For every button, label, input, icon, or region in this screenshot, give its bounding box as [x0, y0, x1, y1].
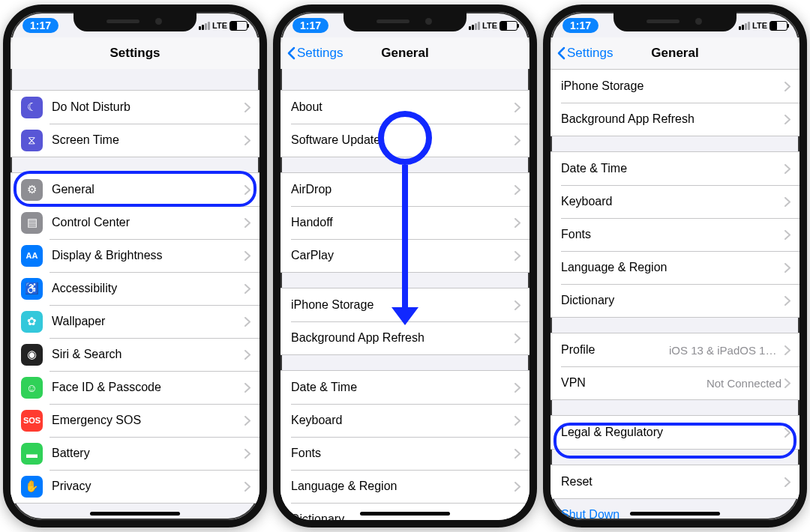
- row-label: About: [291, 100, 514, 114]
- battery-icon: [770, 21, 788, 31]
- settings-row-do-not-disturb[interactable]: ☾Do Not Disturb: [10, 91, 260, 124]
- row-label: Language & Region: [561, 261, 784, 274]
- hand-icon: ✋: [21, 476, 43, 498]
- settings-row-siri-search[interactable]: ◉Siri & Search: [10, 338, 260, 371]
- back-button[interactable]: Settings: [556, 46, 613, 61]
- row-label: Face ID & Passcode: [52, 381, 244, 394]
- row-keyboard[interactable]: Keyboard: [550, 185, 800, 218]
- row-label: Fonts: [561, 228, 784, 241]
- settings-row-general[interactable]: ⚙General: [10, 173, 260, 206]
- siri-icon: ◉: [21, 344, 43, 366]
- moon-icon: ☾: [21, 97, 43, 118]
- row-reset[interactable]: Reset: [550, 465, 800, 498]
- hourglass-icon: ⧖: [21, 130, 43, 151]
- gear-icon: ⚙: [21, 179, 43, 201]
- settings-row-control-center[interactable]: ▤Control Center: [10, 206, 260, 239]
- row-detail: Not Connected: [706, 377, 782, 390]
- row-label: Siri & Search: [52, 348, 244, 361]
- network-label: LTE: [482, 21, 497, 30]
- row-label: iPhone Storage: [291, 298, 514, 312]
- general-list-scrolled[interactable]: iPhone StorageBackground App RefreshDate…: [550, 69, 800, 520]
- row-label: Battery: [52, 447, 244, 460]
- chevron-right-icon: [784, 197, 790, 207]
- row-label: Language & Region: [291, 480, 514, 493]
- row-label: Emergency SOS: [52, 414, 244, 427]
- chevron-right-icon: [514, 103, 520, 112]
- flower-icon: ✿: [21, 311, 43, 333]
- battery-icon: ▬: [21, 443, 43, 465]
- row-fonts[interactable]: Fonts: [280, 437, 530, 470]
- settings-row-display-brightness[interactable]: AADisplay & Brightness: [10, 239, 260, 272]
- shut-down-link[interactable]: Shut Down: [550, 499, 800, 520]
- row-language-region[interactable]: Language & Region: [550, 251, 800, 284]
- signal-bars-icon: [739, 22, 750, 30]
- settings-list[interactable]: ☾Do Not Disturb⧖Screen Time⚙General▤Cont…: [10, 69, 260, 520]
- sos-icon: SOS: [21, 410, 43, 432]
- row-about[interactable]: About: [280, 91, 530, 124]
- status-time: 1:17: [562, 18, 598, 33]
- chevron-right-icon: [514, 218, 520, 228]
- signal-bars-icon: [469, 22, 480, 30]
- signal-bars-icon: [199, 22, 210, 30]
- settings-row-emergency-sos[interactable]: SOSEmergency SOS: [10, 404, 260, 437]
- home-indicator[interactable]: [360, 512, 450, 516]
- settings-row-privacy[interactable]: ✋Privacy: [10, 470, 260, 503]
- chevron-right-icon: [244, 449, 250, 459]
- status-time: 1:17: [292, 18, 328, 33]
- row-legal-regulatory[interactable]: Legal & Regulatory: [550, 416, 800, 449]
- row-profile[interactable]: ProfileiOS 13 & iPadOS 13 Beta Softwar..…: [550, 333, 800, 366]
- switches-icon: ▤: [21, 212, 43, 234]
- row-iphone-storage[interactable]: iPhone Storage: [280, 288, 530, 321]
- home-indicator[interactable]: [90, 512, 180, 516]
- row-background-app-refresh[interactable]: Background App Refresh: [280, 321, 530, 354]
- access-icon: ♿: [21, 278, 43, 300]
- battery-icon: [500, 21, 518, 31]
- settings-row-wallpaper[interactable]: ✿Wallpaper: [10, 305, 260, 338]
- settings-row-face-id-passcode[interactable]: ☺Face ID & Passcode: [10, 371, 260, 404]
- row-label: Keyboard: [291, 414, 514, 427]
- row-language-region[interactable]: Language & Region: [280, 470, 530, 503]
- chevron-right-icon: [784, 296, 790, 306]
- row-handoff[interactable]: Handoff: [280, 206, 530, 239]
- phone-settings: 1:17 LTE Settings ☾Do Not Disturb⧖Screen…: [3, 4, 267, 528]
- chevron-right-icon: [244, 103, 250, 112]
- face-icon: ☺: [21, 377, 43, 399]
- row-detail: iOS 13 & iPadOS 13 Beta Softwar...: [669, 344, 782, 357]
- row-label: Dictionary: [561, 294, 784, 307]
- chevron-right-icon: [244, 284, 250, 294]
- row-keyboard[interactable]: Keyboard: [280, 404, 530, 437]
- chevron-right-icon: [514, 251, 520, 261]
- chevron-right-icon: [784, 82, 790, 91]
- chevron-right-icon: [244, 185, 250, 195]
- row-label: Do Not Disturb: [52, 100, 244, 114]
- row-airdrop[interactable]: AirDrop: [280, 173, 530, 206]
- row-label: Display & Brightness: [52, 249, 244, 262]
- settings-row-accessibility[interactable]: ♿Accessibility: [10, 272, 260, 305]
- general-list[interactable]: AboutSoftware UpdateAirDropHandoffCarPla…: [280, 69, 530, 520]
- chevron-right-icon: [244, 383, 250, 393]
- settings-row-battery[interactable]: ▬Battery: [10, 437, 260, 470]
- row-label: iPhone Storage: [561, 79, 784, 93]
- chevron-right-icon: [784, 477, 790, 487]
- chevron-left-icon: [286, 46, 296, 60]
- chevron-right-icon: [244, 416, 250, 426]
- row-iphone-storage[interactable]: iPhone Storage: [550, 70, 800, 103]
- row-dictionary[interactable]: Dictionary: [550, 284, 800, 317]
- home-indicator[interactable]: [630, 512, 720, 516]
- page-title: Settings: [110, 46, 160, 61]
- row-label: Privacy: [52, 480, 244, 493]
- status-time: 1:17: [22, 18, 58, 33]
- row-background-app-refresh[interactable]: Background App Refresh: [550, 103, 800, 136]
- row-date-time[interactable]: Date & Time: [550, 152, 800, 185]
- row-software-update[interactable]: Software Update: [280, 124, 530, 157]
- settings-row-screen-time[interactable]: ⧖Screen Time: [10, 124, 260, 157]
- back-button[interactable]: Settings: [286, 46, 343, 61]
- chevron-right-icon: [784, 164, 790, 174]
- row-label: Profile: [561, 343, 669, 357]
- row-date-time[interactable]: Date & Time: [280, 371, 530, 404]
- row-vpn[interactable]: VPNNot Connected: [550, 366, 800, 399]
- row-carplay[interactable]: CarPlay: [280, 239, 530, 272]
- row-fonts[interactable]: Fonts: [550, 218, 800, 251]
- chevron-right-icon: [244, 136, 250, 145]
- nav-bar: Settings: [10, 37, 260, 69]
